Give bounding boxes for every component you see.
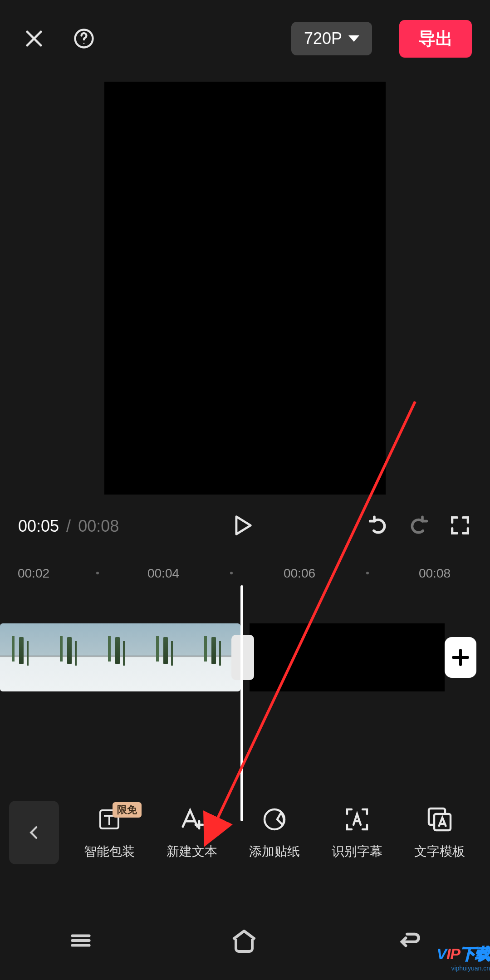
- sticker-icon: [260, 805, 289, 834]
- back-icon: [393, 925, 424, 956]
- fullscreen-button[interactable]: [448, 514, 472, 539]
- chevron-down-icon: [348, 35, 359, 42]
- add-clip-button[interactable]: [445, 637, 476, 678]
- play-button[interactable]: [229, 512, 255, 540]
- undo-button[interactable]: [365, 513, 390, 540]
- video-preview[interactable]: [104, 82, 386, 495]
- nav-home-button[interactable]: [228, 924, 260, 959]
- clip-thumbnail: [48, 623, 96, 691]
- tool-label: 文字模板: [414, 843, 465, 860]
- top-bar: 720P 导出: [0, 0, 490, 77]
- tool-label: 新建文本: [167, 843, 217, 860]
- plus-icon: [450, 647, 471, 668]
- tool-label: 智能包装: [84, 843, 135, 860]
- new-text-button[interactable]: 新建文本: [151, 805, 233, 860]
- total-duration: 00:08: [78, 517, 119, 535]
- svg-point-1: [83, 43, 85, 44]
- ruler-tick: 00:02: [18, 566, 49, 581]
- timeline-ruler[interactable]: 00:02 00:04 00:06 00:08: [0, 558, 490, 591]
- nav-menu-button[interactable]: [66, 926, 95, 957]
- ruler-tick: 00:06: [284, 566, 315, 581]
- tool-label: 识别字幕: [332, 843, 382, 860]
- clip-thumbnail: [0, 623, 48, 691]
- menu-icon: [66, 926, 95, 955]
- undo-icon: [365, 513, 390, 538]
- current-time: 00:05: [18, 517, 59, 535]
- text-toolbar: 限免 智能包装 新建文本 添加贴纸 识别字幕 文字模板: [0, 780, 490, 885]
- playback-controls: 00:05 / 00:08: [0, 499, 490, 554]
- help-icon: [72, 27, 96, 50]
- preview-area: [0, 77, 490, 499]
- text-template-button[interactable]: 文字模板: [398, 805, 481, 860]
- smart-package-button[interactable]: 限免 智能包装: [68, 805, 151, 860]
- recognize-subtitles-button[interactable]: 识别字幕: [316, 805, 398, 860]
- fullscreen-icon: [448, 514, 472, 537]
- ruler-tick: 00:04: [147, 566, 179, 581]
- device-nav-bar: [0, 903, 490, 980]
- clip-thumbnail: [144, 623, 192, 691]
- close-icon: [22, 27, 46, 50]
- text-add-icon: [177, 805, 206, 834]
- ruler-tick: 00:08: [419, 566, 451, 581]
- close-button[interactable]: [18, 23, 50, 54]
- playhead[interactable]: [240, 585, 243, 821]
- resolution-selector[interactable]: 720P: [291, 22, 372, 55]
- clip-thumbnail: [96, 623, 144, 691]
- ruler-dot: [230, 572, 233, 574]
- watermark: VIP下载 viphuiyuan.cn: [436, 944, 490, 972]
- free-badge: 限免: [113, 802, 142, 818]
- add-sticker-button[interactable]: 添加贴纸: [233, 805, 316, 860]
- nav-back-button[interactable]: [393, 925, 424, 958]
- scan-text-icon: [343, 805, 372, 834]
- toolbar-back-button[interactable]: [9, 801, 59, 864]
- empty-clip[interactable]: [250, 623, 445, 691]
- tool-label: 添加贴纸: [249, 843, 300, 860]
- chevron-left-icon: [25, 823, 43, 842]
- redo-button[interactable]: [407, 513, 432, 540]
- play-icon: [229, 512, 255, 539]
- time-display: 00:05 / 00:08: [18, 517, 119, 536]
- redo-icon: [407, 513, 432, 538]
- ruler-dot: [96, 572, 99, 574]
- resolution-label: 720P: [304, 29, 342, 48]
- home-icon: [228, 924, 260, 957]
- time-separator: /: [66, 517, 71, 535]
- video-clip[interactable]: [0, 623, 240, 691]
- export-button[interactable]: 导出: [399, 20, 472, 58]
- ruler-dot: [366, 572, 369, 574]
- help-button[interactable]: [68, 23, 100, 54]
- video-track[interactable]: [0, 623, 490, 691]
- template-icon: [425, 805, 454, 834]
